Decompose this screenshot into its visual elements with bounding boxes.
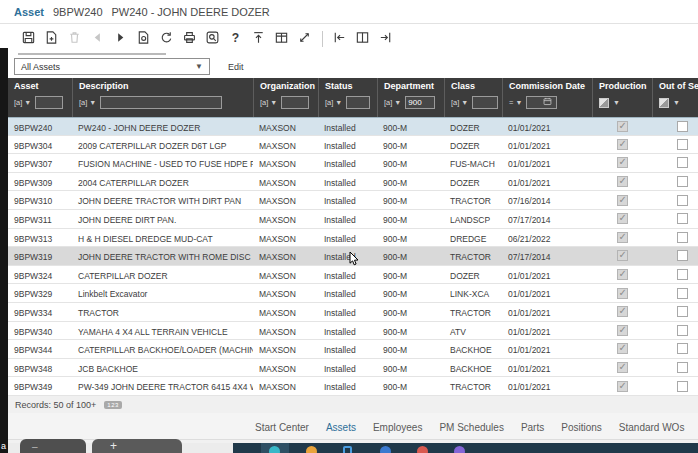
tab-start-center[interactable]: Start Center	[255, 422, 309, 433]
cell-class: TRACTOR	[444, 247, 502, 265]
table-row[interactable]: 9BPW340YAMAHA 4 X4 ALL TERRAIN VEHICLEMA…	[8, 322, 698, 341]
chevron-down-icon[interactable]: ▼	[394, 99, 401, 106]
chevron-down-icon[interactable]: ▼	[335, 99, 342, 106]
cell-production	[592, 359, 652, 377]
filter-operator[interactable]: [a]	[384, 98, 392, 107]
chevron-down-icon[interactable]: ▼	[89, 99, 96, 106]
browser-tab-strip: – +	[8, 443, 233, 453]
saved-query-select[interactable]: All Assets ▼	[14, 58, 210, 75]
chevron-down-icon[interactable]: ▼	[24, 99, 31, 106]
column-label-class[interactable]: Class	[451, 81, 502, 91]
table-row[interactable]: 9BPW344CATERPILLAR BACKHOE/LOADER (MACHI…	[8, 340, 698, 359]
save-button[interactable]	[20, 31, 36, 47]
filter-operator[interactable]: [a]	[325, 98, 333, 107]
taskbar-app-tile[interactable]	[335, 443, 363, 453]
column-label-out_of_service[interactable]: Out of Service	[659, 81, 698, 91]
table-row[interactable]: 9BPW3092004 CATERPILLAR DOZERMAXSONInsta…	[8, 173, 698, 192]
tab-standard-wos[interactable]: Standard WOs	[619, 422, 685, 433]
cell-organization: MAXSON	[253, 322, 318, 340]
query-bar: All Assets ▼ Edit	[8, 55, 698, 78]
column-header-commission_date: Commission Date=▼	[502, 78, 592, 117]
filter-input-description[interactable]	[100, 96, 222, 109]
column-label-commission_date[interactable]: Commission Date	[509, 81, 592, 91]
column-label-status[interactable]: Status	[325, 81, 377, 91]
column-header-production: Production▼	[592, 78, 652, 117]
previous-record-button[interactable]	[89, 31, 105, 47]
table-row[interactable]: 9BPW349PW-349 JOHN DEERE TRACTOR 6415 4X…	[8, 377, 698, 396]
cell-production	[592, 229, 652, 247]
new-tab-button[interactable]: +	[92, 439, 182, 453]
chevron-down-icon[interactable]: ▼	[515, 99, 522, 106]
table-row[interactable]: 9BPW319JOHN DEERE TRACTOR WITH ROME DISC…	[8, 247, 698, 266]
table-row[interactable]: 9BPW3042009 CATERPILLAR DOZER D6T LGPMAX…	[8, 136, 698, 155]
cell-out_of_service	[652, 154, 698, 172]
chevron-down-icon[interactable]: ▼	[270, 99, 277, 106]
taskbar-app-tile[interactable]	[446, 443, 474, 453]
new-record-button[interactable]	[43, 31, 59, 47]
cell-asset: 9BPW304	[8, 136, 72, 154]
filter-input-commission_date[interactable]	[526, 96, 557, 109]
report-button[interactable]	[135, 31, 151, 47]
undo-button[interactable]	[158, 31, 174, 47]
table-row[interactable]: 9BPW240PW240 - JOHN DEERE DOZERMAXSONIns…	[8, 117, 698, 136]
taskbar-app-tile[interactable]	[409, 443, 437, 453]
table-row[interactable]: 9BPW348JCB BACKHOEMAXSONInstalled900-MBA…	[8, 359, 698, 378]
tab-positions[interactable]: Positions	[561, 422, 602, 433]
split-view-button[interactable]	[354, 31, 370, 47]
calendar-icon[interactable]	[529, 94, 554, 112]
filter-operator[interactable]: [a]	[79, 98, 87, 107]
column-label-asset[interactable]: Asset	[14, 81, 72, 91]
taskbar-app-tile[interactable]	[261, 443, 289, 453]
tab-employees[interactable]: Employees	[373, 422, 422, 433]
column-label-organization[interactable]: Organization	[260, 81, 318, 91]
print-button[interactable]	[181, 31, 197, 47]
filter-operator[interactable]: [a]	[14, 98, 22, 107]
table-row[interactable]: 9BPW334TRACTORMAXSONInstalled900-MTRACTO…	[8, 303, 698, 322]
filter-input-department[interactable]	[405, 96, 435, 109]
taskbar-app-tile[interactable]	[298, 443, 326, 453]
cell-status: Installed	[318, 173, 377, 191]
split-pane-icon	[355, 30, 370, 49]
filter-input-asset[interactable]	[35, 96, 63, 109]
delete-record-button[interactable]	[66, 31, 82, 47]
tab-parts[interactable]: Parts	[521, 422, 544, 433]
upload-button[interactable]	[250, 31, 266, 47]
table-row[interactable]: 9BPW329Linkbelt ExcavatorMAXSONInstalled…	[8, 284, 698, 303]
tab-pm-schedules[interactable]: PM Schedules	[439, 422, 503, 433]
help-button[interactable]: ?	[227, 31, 243, 47]
browser-tab[interactable]: –	[20, 439, 86, 453]
column-label-description[interactable]: Description	[79, 81, 253, 91]
filter-input-organization[interactable]	[281, 96, 309, 109]
edit-query-button[interactable]: Edit	[228, 62, 244, 72]
table-row[interactable]: 9BPW307FUSION MACHINE - USED TO FUSE HDP…	[8, 154, 698, 173]
production-checkbox	[617, 250, 628, 261]
column-label-department[interactable]: Department	[384, 81, 444, 91]
chevron-down-icon[interactable]: ▼	[673, 99, 680, 106]
filter-operator[interactable]: =	[509, 98, 513, 107]
chevron-down-icon[interactable]: ▼	[613, 99, 620, 106]
table-row[interactable]: 9BPW313H & H DIESEL DREDGE MUD-CATMAXSON…	[8, 229, 698, 248]
next-record-button[interactable]	[112, 31, 128, 47]
table-row[interactable]: 9BPW310JOHN DEERE TRACTOR WITH DIRT PANM…	[8, 191, 698, 210]
checkbox-filter-icon[interactable]	[659, 98, 669, 108]
app-title-link[interactable]: Asset	[14, 6, 44, 18]
glossary-button[interactable]	[273, 31, 289, 47]
column-label-production[interactable]: Production	[599, 81, 652, 91]
chevron-down-icon[interactable]: ▼	[461, 99, 468, 106]
tab-assets[interactable]: Assets	[326, 422, 356, 433]
table-row[interactable]: 9BPW311JOHN DEERE DIRT PAN.MAXSONInstall…	[8, 210, 698, 229]
checkbox-filter-icon[interactable]	[599, 98, 609, 108]
production-checkbox	[617, 121, 628, 132]
exchange-button[interactable]	[296, 31, 312, 47]
table-row[interactable]: 9BPW324CATERPILLAR DOZERMAXSONInstalled9…	[8, 266, 698, 285]
go-to-first-button[interactable]	[331, 31, 347, 47]
filter-input-status[interactable]	[346, 96, 370, 109]
cell-department: 900-M	[377, 210, 444, 228]
taskbar-app-tile[interactable]	[372, 443, 400, 453]
filter-operator[interactable]: [a]	[451, 98, 459, 107]
filter-operator[interactable]: [a]	[260, 98, 268, 107]
go-to-last-button[interactable]	[377, 31, 393, 47]
filter-input-class[interactable]	[472, 96, 498, 109]
preview-button[interactable]	[204, 31, 220, 47]
cell-asset: 9BPW307	[8, 154, 72, 172]
